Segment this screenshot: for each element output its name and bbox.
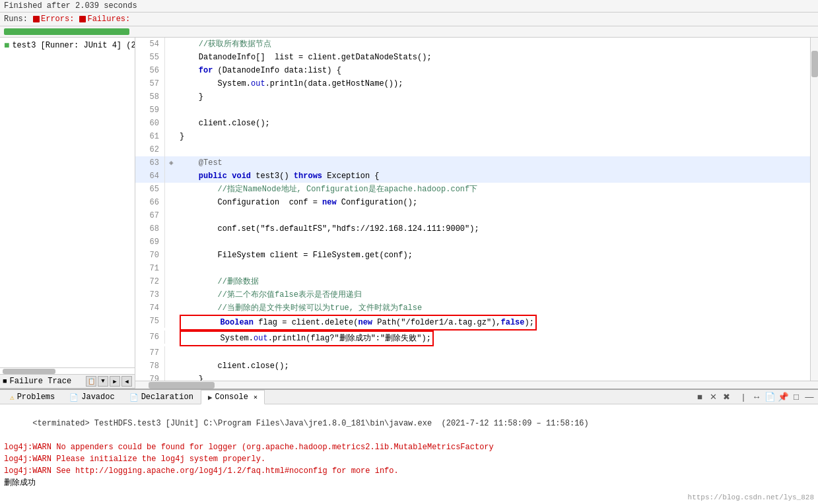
console-close-icon[interactable]: ✕: [254, 393, 257, 401]
line-number: 67: [135, 209, 165, 222]
maximize-btn[interactable]: □: [790, 391, 802, 403]
code-line-75: 75 Boolean flag = client.delete(new Path…: [135, 315, 810, 331]
runner-row: Runs: Errors: Failures:: [0, 13, 818, 26]
tab-problems[interactable]: ⚠ Problems: [3, 390, 62, 404]
console-terminated: <terminated> TestHDFS.test3 [JUnit] C:\P…: [4, 406, 814, 441]
line-content: //第二个布尔值false表示是否使用递归: [180, 288, 362, 301]
code-line-63: 63◈ @Test: [135, 156, 810, 170]
line-number: 57: [135, 77, 165, 90]
line-content: @Test: [180, 156, 222, 170]
test-tree[interactable]: ■ test3 [Runner: JUnit 4] (2.0...: [0, 38, 135, 367]
minimize-btn[interactable]: —: [803, 391, 815, 403]
failure-trace-header: ■ Failure Trace 📋 ▼ ▶ ◀: [0, 375, 135, 389]
line-number: 72: [135, 275, 165, 288]
line-number: 58: [135, 90, 165, 104]
line-number: 56: [135, 64, 165, 77]
line-content: public void test3() throws Exception {: [180, 170, 380, 183]
pin-btn[interactable]: 📌: [777, 391, 789, 403]
code-line-68: 68 conf.set("fs.defaultFS","hdfs://192.1…: [135, 222, 810, 236]
word-wrap-btn[interactable]: ↔: [751, 391, 763, 403]
test-item-icon: ■: [4, 40, 9, 51]
failures-text: Failures:: [87, 15, 130, 24]
console-line-3: 删除成功: [4, 477, 814, 489]
remove-btn[interactable]: ✕: [707, 391, 719, 403]
console-area: <terminated> TestHDFS.test3 [JUnit] C:\P…: [0, 404, 818, 504]
line-content: client.close();: [180, 117, 270, 130]
progress-bar: [4, 28, 129, 35]
status-bar: Finished after 2.039 seconds: [0, 0, 818, 13]
line-number: 60: [135, 117, 165, 130]
code-panel-inner: 54 //获取所有数据节点55 DatanodeInfo[] list = cl…: [135, 38, 818, 381]
line-number: 61: [135, 130, 165, 143]
code-line-70: 70 FileSystem client = FileSystem.get(co…: [135, 249, 810, 262]
line-content: for (DatanodeInfo data:list) {: [180, 64, 341, 77]
line-content: }: [180, 373, 203, 381]
code-line-57: 57 System.out.println(data.getHostName()…: [135, 77, 810, 90]
line-number: 77: [135, 346, 165, 360]
code-line-64: 64 public void test3() throws Exception …: [135, 170, 810, 183]
code-line-66: 66 Configuration conf = new Configuratio…: [135, 196, 810, 209]
tab-problems-label: Problems: [17, 393, 55, 402]
code-line-69: 69: [135, 236, 810, 249]
code-area[interactable]: 54 //获取所有数据节点55 DatanodeInfo[] list = cl…: [135, 38, 810, 381]
open-btn[interactable]: 📄: [764, 391, 776, 403]
line-content: DatanodeInfo[] list = client.getDataNode…: [180, 51, 432, 64]
console-line-2: log4j:WARN See http://logging.apache.org…: [4, 465, 814, 477]
line-number: 69: [135, 236, 165, 249]
code-line-78: 78 client.close();: [135, 360, 810, 373]
code-line-61: 61}: [135, 130, 810, 143]
tab-javadoc[interactable]: 📄 Javadoc: [62, 390, 121, 404]
trace-copy-btn[interactable]: 📋: [86, 376, 96, 387]
line-number: 65: [135, 183, 165, 196]
code-panel: 54 //获取所有数据节点55 DatanodeInfo[] list = cl…: [135, 38, 818, 389]
declaration-icon: 📄: [129, 393, 139, 402]
code-line-56: 56 for (DatanodeInfo data:list) {: [135, 64, 810, 77]
line-content: //获取所有数据节点: [180, 38, 271, 51]
scroll-lock-btn[interactable]: |: [737, 391, 749, 403]
tab-declaration-label: Declaration: [141, 393, 193, 402]
code-line-72: 72 //删除数据: [135, 275, 810, 288]
line-number: 74: [135, 301, 165, 315]
test-tree-item[interactable]: ■ test3 [Runner: JUnit 4] (2.0...: [1, 39, 133, 52]
trace-collapse-btn[interactable]: ◀: [121, 376, 132, 387]
code-line-58: 58 }: [135, 90, 810, 104]
line-number: 55: [135, 51, 165, 64]
line-number: 62: [135, 143, 165, 156]
main-area: ■ test3 [Runner: JUnit 4] (2.0... ■ Fail…: [0, 38, 818, 389]
line-content: client.close();: [180, 360, 289, 373]
code-line-77: 77: [135, 346, 810, 360]
left-scrollbar-thumb[interactable]: [3, 369, 55, 374]
line-content: //当删除的是文件夹时候可以为true, 文件时就为false: [180, 301, 422, 315]
code-line-59: 59: [135, 104, 810, 117]
console-icon: ▶: [208, 393, 213, 402]
remove-all-btn[interactable]: ✖: [720, 391, 732, 403]
line-number: 75: [135, 315, 165, 328]
tab-console[interactable]: ▶ Console ✕: [201, 390, 265, 404]
line-content: Configuration conf = new Configuration()…: [180, 196, 417, 209]
code-vscroll[interactable]: [810, 38, 818, 381]
problems-icon: ⚠: [10, 393, 15, 402]
tab-declaration[interactable]: 📄 Declaration: [122, 390, 201, 404]
failure-trace-icon: ■: [3, 377, 7, 385]
tab-console-label: Console: [215, 393, 248, 402]
line-number: 70: [135, 249, 165, 262]
code-line-74: 74 //当删除的是文件夹时候可以为true, 文件时就为false: [135, 301, 810, 315]
code-hscroll[interactable]: [135, 381, 818, 389]
line-number: 54: [135, 38, 165, 51]
trace-expand-btn[interactable]: ▶: [110, 376, 120, 387]
code-line-60: 60 client.close();: [135, 117, 810, 130]
code-vscroll-thumb[interactable]: [811, 51, 818, 77]
code-line-71: 71: [135, 262, 810, 275]
code-line-73: 73 //第二个布尔值false表示是否使用递归: [135, 288, 810, 301]
line-number: 59: [135, 104, 165, 117]
bottom-panel: ⚠ Problems 📄 Javadoc 📄 Declaration ▶ Con…: [0, 389, 818, 504]
error-icon: [33, 16, 40, 22]
trace-filter-btn[interactable]: ▼: [98, 376, 108, 387]
stop-btn[interactable]: ■: [694, 391, 706, 403]
code-line-54: 54 //获取所有数据节点: [135, 38, 810, 51]
line-content: //删除数据: [180, 275, 259, 288]
line-number: 79: [135, 373, 165, 381]
code-hscroll-thumb[interactable]: [149, 382, 215, 389]
code-line-67: 67: [135, 209, 810, 222]
left-scrollbar[interactable]: [0, 367, 135, 374]
